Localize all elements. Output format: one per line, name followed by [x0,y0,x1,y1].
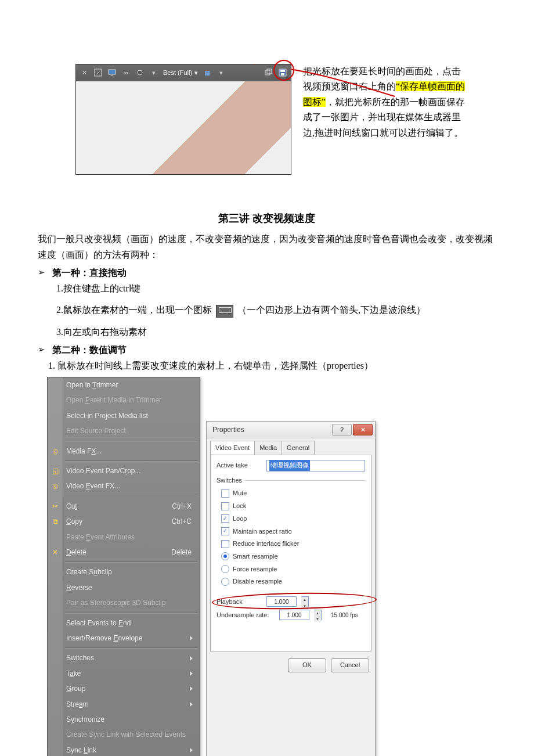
menu-item: Create Sync Link with Selected Events [48,727,200,742]
ok-button[interactable]: OK [288,658,326,672]
save-frame-icon[interactable] [278,68,287,77]
menu-item-label: Copy [66,516,82,527]
chevron-down-icon[interactable]: ▾ [149,68,158,77]
close-icon[interactable]: ✕ [80,68,89,77]
external-icon[interactable] [93,68,103,77]
quality-label: Best (Full) [163,67,192,78]
dialog-titlebar: Properties ? ✕ [207,422,375,438]
menu-item[interactable]: Select in Project Media list [48,408,200,423]
tab-media[interactable]: Media [254,441,282,455]
menu-item-label: Synchronize [66,714,104,725]
menu-item[interactable]: Open in Trimmer [48,377,200,393]
grid-icon[interactable]: ▦ [203,68,212,77]
menu-shortcut: Delete [171,546,195,558]
record-icon[interactable] [135,68,145,77]
quality-dropdown[interactable]: Best (Full) ▾ [163,67,198,78]
menu-item-label: Create Subclip [66,566,112,578]
preview-window: ✕ ∞ ▾ Best (Full) ▾ ▦ ▾ [75,64,291,175]
menu-item-label: Select in Project Media list [66,410,148,422]
dialog-tabs: Video Event Media General [207,438,375,455]
fx-icon: ◎ [50,447,60,456]
menu-item-label: Cut [66,501,77,512]
help-button[interactable]: ? [332,424,352,435]
menu-item-label: Media FX... [66,445,102,457]
crop-icon: ◱ [50,466,60,476]
undersample-spinner[interactable]: ▲▼ [314,610,322,620]
reduce-flicker-checkbox[interactable]: Reduce interlace flicker [221,538,365,549]
disable-resample-radio[interactable]: Disable resample [221,576,365,587]
playback-spinner[interactable]: ▲▼ [301,596,309,607]
svg-rect-8 [280,70,285,72]
menu-item-label: Switches [66,652,94,664]
menu-item[interactable]: Take [48,666,200,681]
tab-video-event[interactable]: Video Event [210,441,255,455]
menu-item[interactable]: ◎Media FX... [48,444,200,459]
menu-item[interactable]: Sync Link [48,743,200,756]
menu-item-label: Open Parent Media in Trimmer [66,394,161,406]
mute-checkbox[interactable]: Mute [221,488,365,499]
link-icon[interactable]: ∞ [121,68,131,77]
m1-step1: 1.按住键盘上的ctrl键 [56,280,496,296]
submenu-arrow-icon [190,671,193,676]
menu-item[interactable]: ⧉CopyCtrl+C [48,514,200,529]
copy-frame-icon[interactable] [264,68,273,77]
top-paragraph: 把光标放在要延长时间的画面处，点击视频预览窗口右上角的“保存单帧画面的图标”，就… [303,64,466,175]
menu-item[interactable]: Create Subclip [48,564,200,579]
tab-general[interactable]: General [282,441,315,455]
smart-resample-radio[interactable]: Smart resample [221,551,365,562]
cancel-button[interactable]: Cancel [331,658,369,672]
menu-item-label: Select Events to End [66,617,131,629]
menu-item[interactable]: Insert/Remove Envelope [48,631,200,646]
dialog-body: Active take 物理视频图像 Switches Mute Lock Lo… [210,455,371,651]
monitor-icon[interactable] [107,68,117,77]
menu-item: Pair as Stereoscopic 3D Subclip [48,595,200,610]
menu-item: Edit Source Project [48,423,200,438]
svg-rect-6 [267,69,272,74]
fps-label: 15.000 fps [331,610,358,620]
menu-item[interactable]: Switches [48,650,200,665]
menu-item[interactable]: ✂CutCtrl+X [48,499,200,514]
undersample-label: Undersample rate: [217,610,275,621]
bullet-arrow-icon: ➢ [38,343,45,358]
menu-item: Paste Event Attributes [48,530,200,545]
menu-item-label: Reverse [66,582,92,593]
method1-title: 第一种：直接拖动 [52,265,127,280]
menu-item-label: Sync Link [66,744,96,756]
menu-item[interactable]: ◱Video Event Pan/Crop... [48,463,200,478]
menu-item[interactable]: ◎Video Event FX... [48,478,200,494]
menu-item[interactable]: Synchronize [48,712,200,727]
menu-item[interactable]: Reverse [48,580,200,595]
svg-rect-3 [111,75,113,75]
submenu-arrow-icon [190,686,193,691]
close-button[interactable]: ✕ [353,424,373,435]
menu-item: Open Parent Media in Trimmer [48,393,200,408]
active-take-input[interactable]: 物理视频图像 [266,460,365,471]
svg-rect-2 [109,70,116,74]
menu-item-label: Pair as Stereoscopic 3D Subclip [66,597,165,609]
svg-rect-9 [281,73,284,75]
stretch-cursor-icon [216,305,233,318]
menu-item[interactable]: Stream [48,697,200,712]
playback-input[interactable]: 1.000 [266,596,297,607]
undersample-input[interactable]: 1.000 [279,610,309,620]
menu-item-label: Video Event FX... [66,480,120,492]
submenu-arrow-icon [190,702,193,707]
active-take-label: Active take [217,460,262,471]
menu-item-label: Edit Source Project [66,425,126,437]
lock-checkbox[interactable]: Lock [221,501,365,512]
chevron-down-icon[interactable]: ▾ [217,68,226,77]
menu-item[interactable]: Group [48,681,200,696]
menu-item[interactable]: Select Events to End [48,615,200,631]
force-resample-radio[interactable]: Force resample [221,564,365,575]
menu-item-label: Paste Event Attributes [66,531,135,543]
section-title: 第三讲 改变视频速度 [38,210,496,228]
submenu-arrow-icon [190,656,193,661]
loop-checkbox[interactable]: Loop [221,513,365,524]
menu-item[interactable]: ✕DeleteDelete [48,545,200,560]
submenu-arrow-icon [190,748,193,753]
section-intro: 我们一般只改变视频（画面）的速度，不改变音频的速度，因为改变音频的速度时音色音调… [38,231,496,262]
menu-item-label: Group [66,683,85,694]
maintain-aspect-checkbox[interactable]: Maintain aspect ratio [221,526,365,537]
submenu-arrow-icon [190,636,193,640]
chevron-down-icon: ▾ [194,67,198,78]
